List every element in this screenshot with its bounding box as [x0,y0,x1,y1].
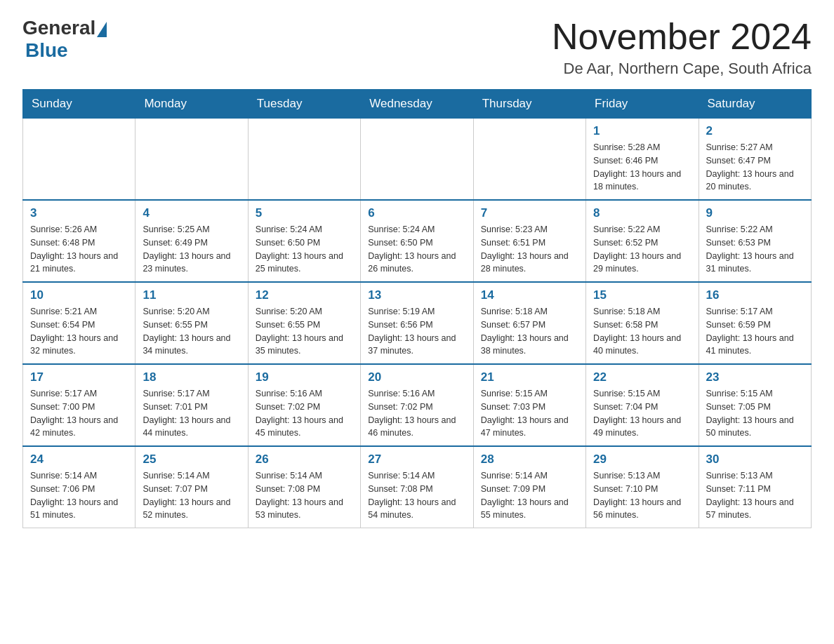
calendar-day-cell: 6Sunrise: 5:24 AM Sunset: 6:50 PM Daylig… [361,200,473,282]
day-number: 25 [143,452,240,467]
calendar-day-cell: 4Sunrise: 5:25 AM Sunset: 6:49 PM Daylig… [135,200,248,282]
day-number: 16 [706,288,804,302]
day-number: 8 [593,206,691,220]
logo-general-text: General [22,17,95,39]
day-number: 21 [481,370,578,384]
calendar-day-cell: 20Sunrise: 5:16 AM Sunset: 7:02 PM Dayli… [361,364,473,446]
calendar-day-cell: 12Sunrise: 5:20 AM Sunset: 6:55 PM Dayli… [248,282,360,364]
day-number: 5 [256,206,353,220]
day-number: 26 [256,452,353,467]
calendar-week-row: 3Sunrise: 5:26 AM Sunset: 6:48 PM Daylig… [23,200,812,282]
calendar-day-cell: 3Sunrise: 5:26 AM Sunset: 6:48 PM Daylig… [23,200,135,282]
day-of-week-header: Saturday [699,90,811,119]
calendar-day-cell: 8Sunrise: 5:22 AM Sunset: 6:52 PM Daylig… [586,200,699,282]
day-info: Sunrise: 5:18 AM Sunset: 6:57 PM Dayligh… [481,305,578,358]
day-number: 14 [481,288,578,302]
day-info: Sunrise: 5:14 AM Sunset: 7:08 PM Dayligh… [256,469,353,522]
day-number: 19 [256,370,353,384]
calendar-day-cell: 10Sunrise: 5:21 AM Sunset: 6:54 PM Dayli… [23,282,135,364]
calendar-week-row: 24Sunrise: 5:14 AM Sunset: 7:06 PM Dayli… [23,446,812,528]
day-info: Sunrise: 5:15 AM Sunset: 7:05 PM Dayligh… [706,387,804,440]
calendar-day-cell: 19Sunrise: 5:16 AM Sunset: 7:02 PM Dayli… [248,364,360,446]
day-of-week-header: Wednesday [361,90,473,119]
calendar-day-cell: 16Sunrise: 5:17 AM Sunset: 6:59 PM Dayli… [699,282,811,364]
calendar-day-cell: 18Sunrise: 5:17 AM Sunset: 7:01 PM Dayli… [135,364,248,446]
page-header: General Blue November 2024 De Aar, North… [22,17,812,78]
day-info: Sunrise: 5:23 AM Sunset: 6:51 PM Dayligh… [481,223,578,276]
calendar-day-cell: 24Sunrise: 5:14 AM Sunset: 7:06 PM Dayli… [23,446,135,528]
calendar-day-cell: 14Sunrise: 5:18 AM Sunset: 6:57 PM Dayli… [473,282,585,364]
day-info: Sunrise: 5:18 AM Sunset: 6:58 PM Dayligh… [593,305,691,358]
day-info: Sunrise: 5:22 AM Sunset: 6:52 PM Dayligh… [593,223,691,276]
day-number: 4 [143,206,240,220]
day-number: 7 [481,206,578,220]
calendar-day-cell: 21Sunrise: 5:15 AM Sunset: 7:03 PM Dayli… [473,364,585,446]
day-number: 30 [706,452,804,467]
day-of-week-header: Monday [135,90,248,119]
calendar-day-cell: 5Sunrise: 5:24 AM Sunset: 6:50 PM Daylig… [248,200,360,282]
calendar-day-cell [473,119,585,201]
calendar-day-cell: 11Sunrise: 5:20 AM Sunset: 6:55 PM Dayli… [135,282,248,364]
day-info: Sunrise: 5:16 AM Sunset: 7:02 PM Dayligh… [368,387,465,440]
title-block: November 2024 De Aar, Northern Cape, Sou… [552,17,812,78]
calendar-week-row: 10Sunrise: 5:21 AM Sunset: 6:54 PM Dayli… [23,282,812,364]
day-number: 12 [256,288,353,302]
calendar-day-cell: 13Sunrise: 5:19 AM Sunset: 6:56 PM Dayli… [361,282,473,364]
day-info: Sunrise: 5:24 AM Sunset: 6:50 PM Dayligh… [256,223,353,276]
day-info: Sunrise: 5:20 AM Sunset: 6:55 PM Dayligh… [256,305,353,358]
calendar-day-cell [248,119,360,201]
calendar-day-cell: 29Sunrise: 5:13 AM Sunset: 7:10 PM Dayli… [586,446,699,528]
day-info: Sunrise: 5:28 AM Sunset: 6:46 PM Dayligh… [593,141,691,194]
day-of-week-header: Friday [586,90,699,119]
calendar-day-cell: 1Sunrise: 5:28 AM Sunset: 6:46 PM Daylig… [586,119,699,201]
day-info: Sunrise: 5:26 AM Sunset: 6:48 PM Dayligh… [30,223,128,276]
day-number: 10 [30,288,128,302]
location-text: De Aar, Northern Cape, South Africa [552,60,812,78]
logo-blue-text: Blue [25,39,68,62]
calendar-day-cell: 2Sunrise: 5:27 AM Sunset: 6:47 PM Daylig… [699,119,811,201]
calendar-day-cell: 9Sunrise: 5:22 AM Sunset: 6:53 PM Daylig… [699,200,811,282]
day-info: Sunrise: 5:14 AM Sunset: 7:07 PM Dayligh… [143,469,240,522]
day-info: Sunrise: 5:13 AM Sunset: 7:11 PM Dayligh… [706,469,804,522]
day-info: Sunrise: 5:21 AM Sunset: 6:54 PM Dayligh… [30,305,128,358]
day-number: 9 [706,206,804,220]
day-number: 6 [368,206,465,220]
day-info: Sunrise: 5:13 AM Sunset: 7:10 PM Dayligh… [593,469,691,522]
logo: General Blue [22,17,107,62]
day-info: Sunrise: 5:17 AM Sunset: 7:01 PM Dayligh… [143,387,240,440]
day-of-week-header: Tuesday [248,90,360,119]
calendar-day-cell: 23Sunrise: 5:15 AM Sunset: 7:05 PM Dayli… [699,364,811,446]
day-number: 13 [368,288,465,302]
day-number: 28 [481,452,578,467]
day-info: Sunrise: 5:14 AM Sunset: 7:08 PM Dayligh… [368,469,465,522]
day-number: 29 [593,452,691,467]
calendar-day-cell [361,119,473,201]
calendar-week-row: 1Sunrise: 5:28 AM Sunset: 6:46 PM Daylig… [23,119,812,201]
calendar-day-cell: 27Sunrise: 5:14 AM Sunset: 7:08 PM Dayli… [361,446,473,528]
calendar-day-cell: 7Sunrise: 5:23 AM Sunset: 6:51 PM Daylig… [473,200,585,282]
day-number: 27 [368,452,465,467]
calendar-header-row: SundayMondayTuesdayWednesdayThursdayFrid… [23,90,812,119]
calendar-table: SundayMondayTuesdayWednesdayThursdayFrid… [22,89,812,528]
calendar-day-cell: 28Sunrise: 5:14 AM Sunset: 7:09 PM Dayli… [473,446,585,528]
day-info: Sunrise: 5:25 AM Sunset: 6:49 PM Dayligh… [143,223,240,276]
day-number: 20 [368,370,465,384]
day-number: 1 [593,124,691,138]
day-number: 23 [706,370,804,384]
calendar-day-cell: 15Sunrise: 5:18 AM Sunset: 6:58 PM Dayli… [586,282,699,364]
day-info: Sunrise: 5:15 AM Sunset: 7:04 PM Dayligh… [593,387,691,440]
day-info: Sunrise: 5:17 AM Sunset: 6:59 PM Dayligh… [706,305,804,358]
day-info: Sunrise: 5:24 AM Sunset: 6:50 PM Dayligh… [368,223,465,276]
logo-arrow-icon [97,22,107,37]
day-info: Sunrise: 5:22 AM Sunset: 6:53 PM Dayligh… [706,223,804,276]
day-number: 15 [593,288,691,302]
calendar-week-row: 17Sunrise: 5:17 AM Sunset: 7:00 PM Dayli… [23,364,812,446]
day-info: Sunrise: 5:16 AM Sunset: 7:02 PM Dayligh… [256,387,353,440]
day-number: 3 [30,206,128,220]
calendar-day-cell [23,119,135,201]
day-info: Sunrise: 5:17 AM Sunset: 7:00 PM Dayligh… [30,387,128,440]
day-info: Sunrise: 5:15 AM Sunset: 7:03 PM Dayligh… [481,387,578,440]
day-number: 18 [143,370,240,384]
day-info: Sunrise: 5:14 AM Sunset: 7:06 PM Dayligh… [30,469,128,522]
calendar-day-cell: 22Sunrise: 5:15 AM Sunset: 7:04 PM Dayli… [586,364,699,446]
